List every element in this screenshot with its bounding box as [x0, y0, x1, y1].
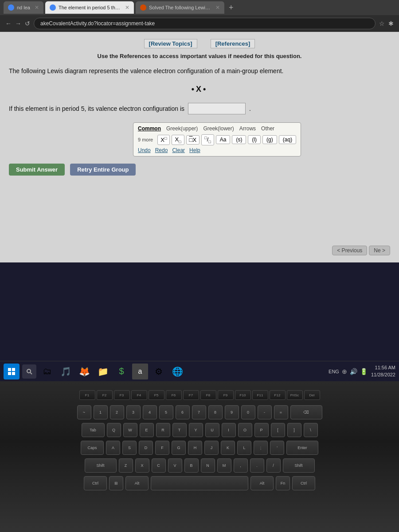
- fn-key-f2[interactable]: F2: [97, 390, 113, 400]
- math-tab-common[interactable]: Common: [138, 125, 161, 132]
- key-e[interactable]: E: [140, 423, 154, 437]
- key-y[interactable]: Y: [189, 423, 203, 437]
- review-topics-link[interactable]: [Review Topics]: [144, 39, 197, 48]
- forward-icon[interactable]: →: [15, 20, 21, 27]
- key-period[interactable]: .: [250, 458, 264, 473]
- taskbar-icon-6[interactable]: a: [132, 364, 148, 379]
- key-4[interactable]: 4: [143, 405, 157, 419]
- key-5[interactable]: 5: [159, 405, 173, 419]
- start-button[interactable]: [4, 364, 20, 379]
- key-j[interactable]: J: [204, 441, 219, 455]
- key-u[interactable]: U: [205, 423, 219, 437]
- key-minus[interactable]: -: [258, 405, 272, 419]
- key-backspace[interactable]: ⌫: [290, 405, 322, 419]
- fn-key-f11[interactable]: F11: [252, 390, 268, 400]
- math-undo[interactable]: Undo: [138, 147, 151, 153]
- key-w[interactable]: W: [123, 423, 137, 437]
- key-t[interactable]: T: [172, 423, 187, 437]
- key-equals[interactable]: =: [274, 405, 288, 419]
- math-tab-greek-lower[interactable]: Greek(lower): [203, 125, 234, 132]
- fn-key-f10[interactable]: F10: [235, 390, 251, 400]
- key-v[interactable]: V: [168, 458, 182, 473]
- fn-key-f12[interactable]: F12: [270, 390, 286, 400]
- key-backslash[interactable]: \: [304, 423, 318, 437]
- taskbar-icon-1[interactable]: 🗂: [39, 364, 55, 379]
- key-n[interactable]: N: [201, 458, 215, 473]
- key-q[interactable]: Q: [107, 423, 121, 437]
- prev-button[interactable]: < Previous: [332, 246, 367, 255]
- key-r[interactable]: R: [156, 423, 170, 437]
- taskbar-icon-7[interactable]: ⚙: [151, 364, 167, 379]
- extensions-icon[interactable]: ✱: [388, 20, 394, 27]
- fn-key-f5[interactable]: F5: [149, 390, 164, 400]
- key-lbracket[interactable]: [: [271, 423, 285, 437]
- key-space[interactable]: [151, 476, 248, 490]
- key-lshift[interactable]: Shift: [85, 458, 117, 473]
- answer-input[interactable]: [188, 103, 246, 114]
- key-h[interactable]: H: [188, 441, 202, 455]
- key-enter[interactable]: Enter: [286, 441, 318, 455]
- address-input[interactable]: [34, 18, 376, 29]
- key-z[interactable]: Z: [119, 458, 133, 473]
- key-fn[interactable]: Fn: [276, 476, 290, 490]
- fn-key-f8[interactable]: F8: [200, 390, 216, 400]
- key-rshift[interactable]: Shift: [283, 458, 315, 473]
- tab1-close[interactable]: ✕: [35, 4, 39, 11]
- taskbar-icon-8[interactable]: 🌐: [169, 364, 185, 379]
- key-0[interactable]: 0: [241, 405, 255, 419]
- key-comma[interactable]: ,: [234, 458, 248, 473]
- key-1[interactable]: 1: [94, 405, 108, 419]
- key-b[interactable]: B: [184, 458, 199, 473]
- fn-key-prtsc[interactable]: PrtSc: [287, 390, 303, 400]
- key-k[interactable]: K: [221, 441, 235, 455]
- math-btn-superscript[interactable]: X□: [157, 135, 170, 145]
- key-slash[interactable]: /: [266, 458, 281, 473]
- math-tab-other[interactable]: Other: [261, 125, 274, 132]
- taskbar-icon-5[interactable]: $: [113, 364, 129, 379]
- key-win[interactable]: ⊞: [109, 476, 123, 490]
- math-btn-overline[interactable]: □X: [186, 135, 200, 145]
- key-i[interactable]: I: [222, 423, 236, 437]
- key-a[interactable]: A: [106, 441, 120, 455]
- key-lctrl[interactable]: Ctrl: [84, 476, 107, 490]
- submit-answer-button[interactable]: Submit Answer: [9, 164, 65, 176]
- fn-key-f1[interactable]: F1: [79, 390, 95, 400]
- fn-key-del[interactable]: Del: [304, 390, 320, 400]
- tab-2[interactable]: The element in period 5 that has ✕: [45, 1, 134, 14]
- tab-1[interactable]: nd lea ✕: [4, 1, 43, 14]
- key-3[interactable]: 3: [126, 405, 141, 419]
- math-btn-subscript[interactable]: X□: [172, 135, 184, 145]
- fn-key-f9[interactable]: F9: [218, 390, 234, 400]
- key-tilde[interactable]: ~: [77, 405, 91, 419]
- bookmark-icon[interactable]: ☆: [379, 20, 385, 27]
- math-redo[interactable]: Redo: [155, 147, 168, 153]
- math-help[interactable]: Help: [189, 147, 200, 153]
- taskbar-search[interactable]: [22, 364, 36, 379]
- key-m[interactable]: M: [217, 458, 231, 473]
- key-quote[interactable]: ': [270, 441, 284, 455]
- key-caps[interactable]: Caps: [81, 441, 104, 455]
- math-tab-greek-upper[interactable]: Greek(upper): [166, 125, 198, 132]
- refresh-icon[interactable]: ↺: [25, 20, 30, 27]
- fn-key-f3[interactable]: F3: [114, 390, 130, 400]
- key-ralt[interactable]: Alt: [250, 476, 274, 490]
- key-lalt[interactable]: Alt: [125, 476, 149, 490]
- next-button[interactable]: Ne >: [369, 246, 390, 255]
- key-p[interactable]: P: [254, 423, 269, 437]
- key-l[interactable]: L: [237, 441, 251, 455]
- math-btn-solid[interactable]: (s): [232, 135, 246, 144]
- key-9[interactable]: 9: [225, 405, 239, 419]
- key-8[interactable]: 8: [208, 405, 223, 419]
- key-x[interactable]: X: [135, 458, 149, 473]
- math-btn-gas[interactable]: (g): [262, 135, 277, 144]
- math-more-label[interactable]: 9 more: [138, 137, 153, 142]
- taskbar-icon-2[interactable]: 🎵: [58, 364, 74, 379]
- key-tab[interactable]: Tab: [82, 423, 105, 437]
- key-2[interactable]: 2: [110, 405, 124, 419]
- fn-key-f7[interactable]: F7: [183, 390, 199, 400]
- math-btn-aa[interactable]: Aa: [216, 135, 231, 144]
- math-btn-aqueous[interactable]: (aq): [279, 135, 296, 144]
- back-icon[interactable]: ←: [5, 20, 12, 27]
- math-clear[interactable]: Clear: [172, 147, 185, 153]
- references-link[interactable]: [References]: [211, 39, 255, 48]
